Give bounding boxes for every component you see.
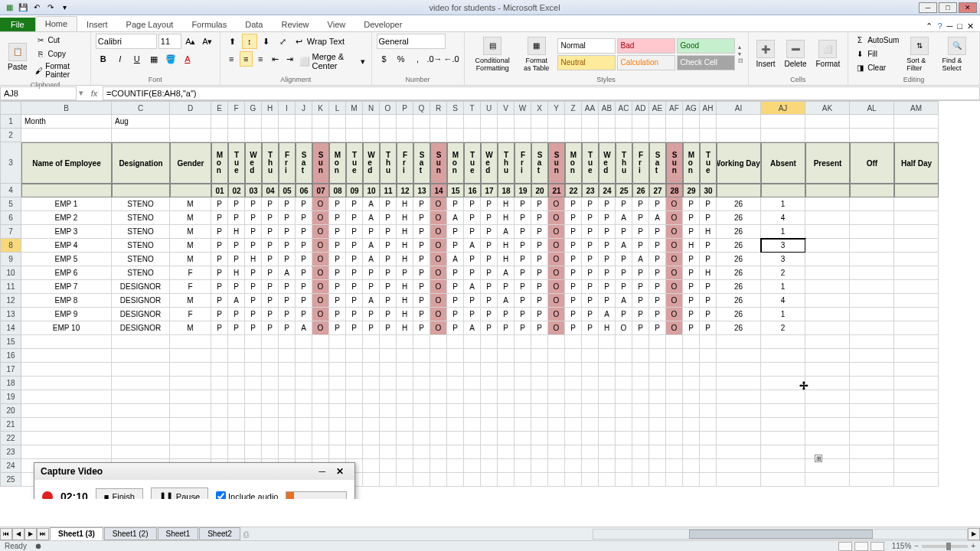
cut-button[interactable]: ✂Cut (34, 34, 86, 46)
tab-home[interactable]: Home (35, 16, 77, 31)
col-header-AE[interactable]: AE (649, 101, 666, 115)
row-header-16[interactable]: 16 (0, 349, 21, 363)
col-header-V[interactable]: V (498, 101, 514, 115)
sheet-nav-next[interactable]: ▶ (24, 528, 37, 540)
format-painter-button[interactable]: 🖌Format Painter (34, 61, 86, 80)
font-size-select[interactable] (158, 34, 181, 49)
col-header-AH[interactable]: AH (700, 101, 717, 115)
increase-decimal-button[interactable]: .0→ (427, 51, 443, 67)
align-left-button[interactable]: ≡ (225, 51, 238, 67)
row-header-2[interactable]: 2 (0, 129, 21, 142)
maximize-button[interactable]: □ (939, 2, 957, 13)
font-name-select[interactable] (96, 34, 157, 49)
workbook-min-icon[interactable]: ─ (947, 21, 953, 31)
clear-button[interactable]: ◨Clear (853, 62, 900, 74)
row-header-12[interactable]: 12 (0, 294, 21, 308)
col-header-S[interactable]: S (447, 101, 464, 115)
horizontal-scrollbar[interactable] (593, 529, 968, 540)
align-right-button[interactable]: ≡ (254, 51, 267, 67)
col-header-AG[interactable]: AG (683, 101, 700, 115)
font-color-button[interactable]: A (180, 51, 195, 67)
row-header-10[interactable]: 10 (0, 266, 21, 280)
row-header-9[interactable]: 9 (0, 253, 21, 266)
cell-style-check[interactable]: Check Cell (677, 55, 735, 70)
macro-record-icon[interactable]: ⏺ (34, 542, 42, 550)
delete-cells-button[interactable]: ➖Delete (782, 38, 810, 70)
sheet-tab[interactable]: Sheet1 (158, 527, 199, 540)
row-header-20[interactable]: 20 (0, 404, 21, 418)
merge-center-button[interactable]: ⬜Merge & Center▾ (298, 51, 367, 71)
borders-button[interactable]: ▦ (146, 51, 162, 67)
row-header-18[interactable]: 18 (0, 377, 21, 390)
row-header-19[interactable]: 19 (0, 390, 21, 404)
col-header-E[interactable]: E (211, 101, 228, 115)
tab-page-layout[interactable]: Page Layout (117, 18, 183, 31)
row-header-8[interactable]: 8 (0, 239, 21, 253)
zoom-level[interactable]: 115% (892, 542, 912, 550)
italic-button[interactable]: I (113, 51, 128, 67)
tab-data[interactable]: Data (236, 18, 272, 31)
col-header-AD[interactable]: AD (632, 101, 649, 115)
file-tab[interactable]: File (0, 18, 35, 31)
row-header-17[interactable]: 17 (0, 363, 21, 377)
row-header-6[interactable]: 6 (0, 211, 21, 225)
insert-cells-button[interactable]: ➕Insert (753, 38, 779, 70)
minimize-ribbon-icon[interactable]: ⌃ (926, 21, 933, 31)
cell-style-good[interactable]: Good (677, 38, 735, 54)
row-header-4[interactable]: 4 (0, 184, 21, 197)
zoom-out-button[interactable]: − (914, 542, 919, 550)
col-header-F[interactable]: F (228, 101, 245, 115)
fill-button[interactable]: ⬇Fill (853, 48, 900, 60)
styles-more[interactable]: ⊟ (738, 57, 743, 64)
col-header-D[interactable]: D (170, 101, 211, 115)
col-header-Q[interactable]: Q (413, 101, 430, 115)
finish-button[interactable]: ■Finish (96, 488, 143, 500)
redo-icon[interactable]: ↷ (44, 2, 57, 14)
minimize-button[interactable]: ─ (919, 2, 937, 13)
col-header-W[interactable]: W (514, 101, 531, 115)
sheet-nav-last[interactable]: ⏭ (37, 528, 49, 540)
col-header-AF[interactable]: AF (666, 101, 683, 115)
bold-button[interactable]: B (96, 51, 111, 67)
tab-review[interactable]: Review (272, 18, 318, 31)
paste-button[interactable]: 📋Paste (5, 41, 31, 73)
col-header-R[interactable]: R (430, 101, 447, 115)
align-top-button[interactable]: ⬆ (225, 34, 240, 49)
col-header-C[interactable]: C (112, 101, 170, 115)
col-header-P[interactable]: P (397, 101, 413, 115)
col-header-K[interactable]: K (312, 101, 329, 115)
col-header-AM[interactable]: AM (894, 101, 939, 115)
tab-developer[interactable]: Developer (354, 18, 411, 31)
row-header-11[interactable]: 11 (0, 280, 21, 294)
page-layout-view-button[interactable] (854, 542, 868, 551)
row-header-21[interactable]: 21 (0, 418, 21, 432)
align-bottom-button[interactable]: ⬇ (259, 34, 274, 49)
decrease-decimal-button[interactable]: ←.0 (444, 51, 459, 67)
row-header-15[interactable]: 15 (0, 335, 21, 349)
align-center-button[interactable]: ≡ (240, 51, 253, 67)
formula-input[interactable]: =COUNTIF(E8:AH8,"a") (103, 86, 980, 100)
col-header-G[interactable]: G (245, 101, 262, 115)
sheet-tab[interactable]: Sheet1 (3) (50, 527, 103, 540)
tab-view[interactable]: View (318, 18, 355, 31)
currency-button[interactable]: $ (377, 51, 392, 67)
col-header-AL[interactable]: AL (850, 101, 894, 115)
styles-scroll-down[interactable]: ▾ (738, 51, 743, 57)
orientation-button[interactable]: ⤢ (276, 34, 291, 49)
row-header-14[interactable]: 14 (0, 321, 21, 335)
name-box[interactable]: AJ8 (0, 86, 77, 100)
undo-icon[interactable]: ↶ (31, 2, 43, 14)
wrap-text-button[interactable]: ↩Wrap Text (292, 34, 346, 49)
find-select-button[interactable]: 🔍Find & Select (939, 35, 975, 73)
zoom-slider[interactable] (922, 545, 968, 548)
underline-button[interactable]: U (129, 51, 145, 67)
col-header-X[interactable]: X (531, 101, 548, 115)
workbook-restore-icon[interactable]: □ (957, 21, 962, 31)
col-header-AC[interactable]: AC (616, 101, 632, 115)
col-header-B[interactable]: B (21, 101, 112, 115)
zoom-in-button[interactable]: + (971, 542, 975, 550)
cell-style-neutral[interactable]: Neutral (557, 55, 616, 70)
row-header-1[interactable]: 1 (0, 115, 21, 129)
capture-close-button[interactable]: ✕ (332, 466, 348, 477)
sort-filter-button[interactable]: ⇅Sort & Filter (903, 35, 936, 73)
